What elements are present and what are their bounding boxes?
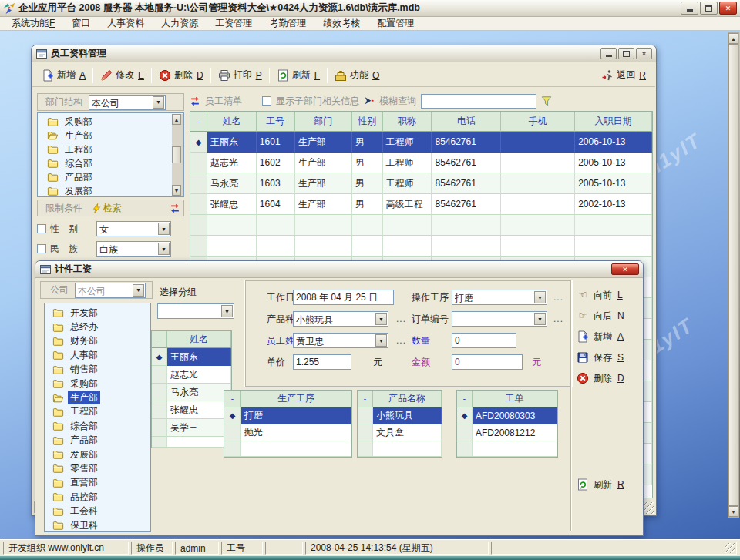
table-row[interactable]: 抛光: [224, 424, 352, 441]
column-header[interactable]: 性别: [352, 112, 383, 132]
chevron-down-icon[interactable]: ▼: [133, 284, 144, 297]
list-item[interactable]: 张耀忠: [152, 401, 231, 419]
refresh-button[interactable]: 刷新R: [577, 477, 624, 492]
column-header[interactable]: 电话: [432, 112, 501, 132]
tree-item[interactable]: 人事部: [52, 348, 150, 362]
chevron-down-icon[interactable]: ▼: [221, 305, 233, 317]
tree-item[interactable]: 财务部: [52, 334, 150, 348]
amount-input[interactable]: [452, 354, 523, 370]
table-row[interactable]: 文具盒: [358, 424, 442, 441]
main-titlebar[interactable]: 企业应用平台 2008 服务器 本地服务-U:\公司管理资料大全\★0424人力…: [0, 0, 740, 17]
table-row[interactable]: ◆王丽东1601生产部男工程师854627612006-10-13: [190, 132, 652, 153]
menu-item[interactable]: 系统功能F: [3, 16, 63, 31]
column-header[interactable]: 部门: [295, 112, 352, 132]
column-header[interactable]: 工号: [257, 112, 295, 132]
action-button-hand-left[interactable]: ☜向前L: [577, 287, 641, 303]
tree-item[interactable]: 产品部: [52, 434, 150, 448]
tree-item[interactable]: 零售部: [52, 461, 150, 475]
tree-item[interactable]: 综合部: [47, 156, 183, 170]
toolbar-button-func[interactable]: 功能O: [330, 67, 384, 83]
table-row[interactable]: 赵志光1602生产部男工程师854627612005-10-13: [190, 153, 652, 173]
action-button-save[interactable]: 保存S: [577, 350, 641, 365]
filter-select[interactable]: 女▼: [96, 221, 171, 236]
unit-price-input[interactable]: [293, 354, 352, 370]
table-row[interactable]: 马永亮1603生产部男工程师854627612005-10-13: [190, 173, 652, 194]
tree-item[interactable]: 采购部: [52, 377, 150, 391]
tree-item[interactable]: 工程部: [52, 405, 150, 419]
tree-item[interactable]: 生产部: [47, 129, 183, 143]
tree-item[interactable]: 销售部: [52, 363, 150, 377]
column-header[interactable]: -: [224, 391, 241, 407]
scrollbar-thumb[interactable]: [728, 44, 738, 506]
scroll-up-icon[interactable]: ▲: [172, 114, 181, 125]
list-item[interactable]: 马永亮: [152, 384, 231, 401]
chevron-down-icon[interactable]: ▼: [375, 313, 387, 325]
checkbox[interactable]: [37, 244, 46, 253]
company-select[interactable]: 本公司 ▼: [75, 283, 146, 298]
filter-select[interactable]: 白族▼: [96, 241, 171, 257]
tree-item[interactable]: 产品部: [47, 170, 183, 184]
toolbar-button-delete[interactable]: 删除D: [154, 67, 208, 83]
minimize-button[interactable]: [600, 48, 617, 59]
tree-item[interactable]: 综合部: [52, 419, 150, 433]
locate-icon[interactable]: [364, 96, 375, 106]
menu-item[interactable]: 考勤管理: [261, 16, 314, 31]
chevron-down-icon[interactable]: ▼: [153, 96, 164, 109]
list-item[interactable]: 赵志光: [152, 366, 231, 384]
table-row[interactable]: ◆AFD20080303: [457, 407, 557, 424]
action-button-new[interactable]: 新增A: [577, 329, 641, 344]
tree-scrollbar[interactable]: ▲ ▼: [172, 114, 183, 196]
menu-item[interactable]: 配置管理: [368, 16, 422, 31]
list-item[interactable]: ◆王丽东: [152, 348, 231, 366]
toolbar-button-print[interactable]: 打印P: [214, 67, 267, 83]
menu-item[interactable]: 人力资源: [153, 16, 207, 31]
toolbar-button-new[interactable]: 新增A: [37, 67, 90, 83]
column-header[interactable]: -: [457, 391, 473, 407]
swap-arrows-icon[interactable]: [170, 203, 180, 213]
product-select[interactable]: 小熊玩具 ▼: [293, 311, 388, 327]
chevron-down-icon[interactable]: ▼: [375, 334, 387, 347]
tree-item[interactable]: 生产部: [52, 391, 150, 404]
tree-item[interactable]: 品控部: [52, 490, 150, 504]
group-select[interactable]: ▼: [157, 303, 234, 319]
table-row[interactable]: AFD20081212: [457, 424, 557, 441]
table-row[interactable]: 张耀忠1604生产部男高级工程854627612002-10-13: [190, 194, 652, 215]
quantity-input[interactable]: [452, 333, 516, 348]
column-header[interactable]: 手机: [501, 112, 575, 132]
scroll-down-icon[interactable]: ▼: [172, 185, 181, 196]
tree-item[interactable]: 开发部: [52, 306, 150, 320]
column-header[interactable]: 工单: [473, 391, 557, 407]
scroll-up-icon[interactable]: ▲: [728, 33, 738, 44]
maximize-button[interactable]: [700, 2, 718, 15]
column-header[interactable]: 产品名称: [373, 391, 442, 407]
search-button[interactable]: 检索: [92, 202, 122, 215]
chevron-down-icon[interactable]: ▼: [534, 291, 546, 303]
close-icon[interactable]: ✕: [611, 263, 639, 275]
action-button-hand-right[interactable]: ☞向后N: [577, 308, 641, 324]
product-browse-button[interactable]: ...: [396, 311, 406, 327]
tree-item[interactable]: 工程部: [47, 143, 183, 156]
chevron-down-icon[interactable]: ▼: [158, 243, 170, 255]
work-date-input[interactable]: [293, 290, 394, 305]
toolbar-button-edit[interactable]: 修改E: [96, 67, 149, 83]
tree-item[interactable]: 工会科: [52, 504, 150, 518]
column-header[interactable]: -: [358, 391, 373, 407]
table-row[interactable]: 小熊玩具: [358, 407, 442, 424]
resize-grip[interactable]: [725, 543, 735, 553]
menu-item[interactable]: 工资管理: [207, 16, 261, 31]
menu-item[interactable]: 窗口: [63, 16, 99, 31]
column-header[interactable]: 入职日期: [575, 112, 652, 132]
column-header[interactable]: 姓名: [207, 112, 257, 132]
tree-item[interactable]: 直营部: [52, 476, 150, 490]
toolbar-button-refresh[interactable]: 刷新F: [272, 67, 325, 83]
show-subdept-checkbox[interactable]: [262, 96, 271, 106]
chevron-down-icon[interactable]: ▼: [534, 313, 546, 325]
action-button-delete[interactable]: 删除D: [577, 371, 641, 386]
scrollbar-thumb[interactable]: [172, 146, 181, 163]
employee-window-titlebar[interactable]: 员工资料管理 ✕: [32, 45, 656, 62]
chevron-down-icon[interactable]: ▼: [158, 223, 170, 235]
fuzzy-search-input[interactable]: [421, 94, 536, 109]
tree-item[interactable]: 总经办: [52, 320, 150, 334]
close-button[interactable]: ✕: [719, 2, 737, 15]
mdi-vertical-scrollbar[interactable]: ▲ ▼: [728, 32, 739, 518]
